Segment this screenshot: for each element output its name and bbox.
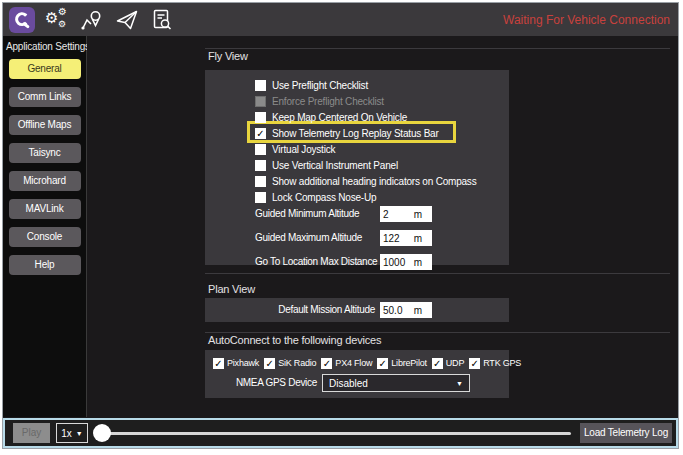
autoconnect-device: Pixhawk [213, 358, 259, 369]
device-label: PX4 Flow [335, 358, 372, 368]
connection-status-text: Waiting For Vehicle Connection [503, 13, 670, 27]
qgroundcontrol-window: ⚙⚙⚙ [0, 0, 683, 455]
plan-view-title: Plan View [208, 283, 255, 295]
checkbox-label: Use Vertical Instrument Panel [272, 160, 398, 171]
checkbox-row: Lock Compass Nose-Up [255, 191, 376, 203]
field-unit: m [414, 257, 422, 268]
checkbox[interactable] [255, 144, 266, 155]
checkbox[interactable] [213, 358, 224, 369]
autoconnect-title: AutoConnect to the following devices [208, 334, 381, 346]
sidebar-item-mavlink[interactable]: MAVLink [9, 199, 81, 219]
section-divider [205, 332, 670, 333]
checkbox-label: Virtual Joystick [272, 144, 335, 155]
checkbox[interactable] [264, 358, 275, 369]
field-unit: m [414, 209, 422, 220]
checkbox-label: Show additional heading indicators on Co… [272, 176, 476, 187]
plan-view-box: Default Mission Altitude 50.0 m [205, 298, 509, 322]
checkbox-row: Use Preflight Checklist [255, 79, 368, 91]
plan-route-icon[interactable] [79, 7, 105, 33]
device-label: Pixhawk [227, 358, 259, 368]
checkbox-row: Virtual Joystick [255, 143, 335, 155]
app-frame: ⚙⚙⚙ [2, 2, 679, 449]
checkbox-label: Keep Map Centered On Vehicle [272, 112, 407, 123]
checkbox-row: Show additional heading indicators on Co… [255, 175, 476, 187]
checkbox-label: Enforce Preflight Checklist [272, 96, 384, 107]
checkbox[interactable] [432, 358, 443, 369]
autoconnect-device: SiK Radio [264, 358, 316, 369]
checkbox-label: Use Preflight Checklist [272, 80, 368, 91]
replay-slider-track[interactable] [103, 432, 571, 435]
nmea-gps-label: NMEA GPS Device [205, 377, 317, 388]
checkbox[interactable] [255, 176, 266, 187]
field-unit: m [414, 233, 422, 244]
checkbox[interactable] [255, 160, 266, 171]
sidebar-item-microhard[interactable]: Microhard [9, 171, 81, 191]
autoconnect-device: PX4 Flow [321, 358, 372, 369]
fly-paperplane-icon[interactable] [114, 7, 140, 33]
telemetry-replay-bar: Play 1x ▼ Load Telemetry Log [3, 418, 678, 448]
checkbox[interactable] [255, 128, 266, 139]
field-value: 122 [383, 233, 400, 244]
fly-view-box: Use Preflight Checklist Enforce Prefligh… [205, 70, 509, 265]
sidebar-item-help[interactable]: Help [9, 255, 81, 275]
log-analyze-icon[interactable] [149, 7, 175, 33]
sidebar-item-general[interactable]: General [9, 59, 81, 79]
value-input[interactable]: 2 m [380, 206, 432, 222]
replay-slider-handle[interactable] [93, 424, 111, 442]
device-label: SiK Radio [278, 358, 316, 368]
sidebar-item-console[interactable]: Console [9, 227, 81, 247]
settings-sidebar: Application Settings GeneralComm LinksOf… [3, 36, 87, 417]
checkbox[interactable] [469, 358, 480, 369]
checkbox-row: Use Vertical Instrument Panel [255, 159, 398, 171]
autoconnect-device: RTK GPS [469, 358, 521, 369]
field-label: Go To Location Max Distance [255, 256, 377, 267]
replay-speed-dropdown[interactable]: 1x ▼ [56, 423, 88, 443]
checkbox-label: Show Telemetry Log Replay Status Bar [272, 128, 439, 139]
replay-speed-value: 1x [61, 428, 72, 439]
sidebar-title: Application Settings [6, 41, 86, 52]
checkbox[interactable] [255, 192, 266, 203]
checkbox[interactable] [377, 358, 388, 369]
field-value: 50.0 [383, 305, 402, 316]
device-label: LibrePilot [391, 358, 427, 368]
checkbox[interactable] [255, 96, 266, 107]
nmea-gps-dropdown[interactable]: Disabled ▼ [322, 374, 470, 392]
value-input[interactable]: 50.0 m [380, 302, 432, 318]
autoconnect-devices: Pixhawk SiK Radio PX4 Flow LibrePilot UD… [213, 357, 526, 369]
settings-content: Fly View Use Preflight Checklist Enforce… [87, 36, 678, 417]
field-value: 1000 [383, 257, 405, 268]
value-input[interactable]: 1000 m [380, 254, 432, 270]
field-unit: m [414, 305, 422, 316]
field-label: Default Mission Altitude [205, 304, 375, 315]
checkbox[interactable] [255, 112, 266, 123]
qgc-logo[interactable] [9, 7, 35, 33]
sidebar-items: GeneralComm LinksOffline MapsTaisyncMicr… [3, 59, 86, 275]
checkbox-row: Keep Map Centered On Vehicle [255, 111, 407, 123]
fly-view-title: Fly View [208, 50, 248, 62]
sidebar-item-comm-links[interactable]: Comm Links [9, 87, 81, 107]
checkbox-row: Enforce Preflight Checklist [255, 95, 384, 107]
field-label: Guided Maximum Altitude [255, 232, 362, 243]
field-value: 2 [383, 209, 389, 220]
play-button[interactable]: Play [13, 423, 50, 443]
chevron-down-icon: ▼ [76, 430, 83, 437]
section-divider [205, 273, 670, 274]
chevron-down-icon: ▼ [456, 380, 463, 387]
top-toolbar: ⚙⚙⚙ [3, 3, 678, 36]
checkbox[interactable] [321, 358, 332, 369]
field-label: Guided Minimum Altitude [255, 208, 359, 219]
autoconnect-box: Pixhawk SiK Radio PX4 Flow LibrePilot UD… [205, 350, 509, 398]
device-label: UDP [446, 358, 464, 368]
device-label: RTK GPS [483, 358, 521, 368]
sidebar-item-offline-maps[interactable]: Offline Maps [9, 115, 81, 135]
value-input[interactable]: 122 m [380, 230, 432, 246]
qgc-logo-icon [12, 10, 32, 30]
section-divider [205, 48, 670, 49]
checkbox-label: Lock Compass Nose-Up [272, 192, 376, 203]
autoconnect-device: UDP [432, 358, 464, 369]
settings-gears-icon[interactable]: ⚙⚙⚙ [44, 7, 70, 33]
nmea-gps-value: Disabled [329, 378, 368, 389]
sidebar-item-taisync[interactable]: Taisync [9, 143, 81, 163]
load-telemetry-log-button[interactable]: Load Telemetry Log [580, 423, 672, 443]
checkbox[interactable] [255, 80, 266, 91]
